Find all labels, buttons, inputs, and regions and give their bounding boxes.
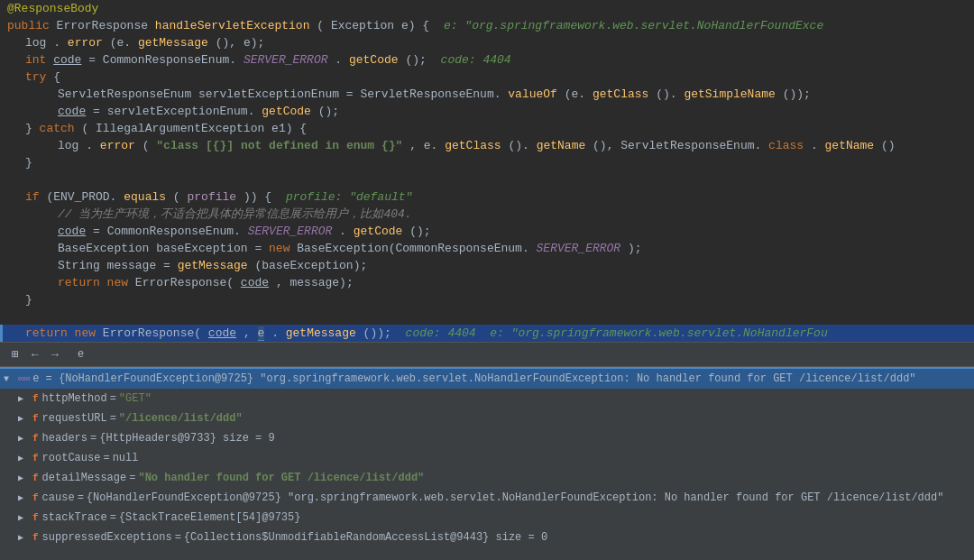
var-headers-row[interactable]: ▶ f headers = {HttpHeaders@9733} size = … [0, 428, 974, 448]
code-line-annotation: @ResponseBody [0, 0, 974, 17]
code-line-return-inner: return new ErrorResponse( code , message… [0, 274, 974, 291]
code-line-catch: } catch ( IllegalArgumentException e1) { [0, 120, 974, 137]
field-icon-requesturl: f [32, 413, 39, 424]
code-line-close2: } [0, 291, 974, 308]
code-line-blank [0, 171, 974, 188]
expand-arrow-requesturl[interactable]: ▶ [18, 413, 29, 424]
var-root-row[interactable]: ▼ ∞∞ e = {NoHandlerFoundException@9725} … [0, 369, 974, 389]
code-line-base-ex: BaseException baseException = new BaseEx… [0, 240, 974, 257]
code-line-method: public ErrorResponse handleServletExcept… [0, 17, 974, 34]
field-icon-headers: f [32, 433, 39, 444]
field-icon-stacktrace: f [32, 512, 39, 523]
code-line-close1: } [0, 154, 974, 171]
code-editor: @ResponseBody public ErrorResponse handl… [0, 0, 974, 325]
expand-arrow-suppressed[interactable]: ▶ [18, 532, 29, 543]
code-line-code-assign2: code = CommonResponseEnum. SERVER_ERROR … [0, 223, 974, 240]
expand-arrow-detailmessage[interactable]: ▶ [18, 473, 29, 483]
expand-arrow-httpmethod[interactable]: ▶ [18, 393, 29, 404]
back-icon[interactable]: ← [27, 346, 43, 363]
code-line-code-assign: code = servletExceptionEnum. getCode (); [0, 103, 974, 120]
debugger-toolbar: ⊞ ← → e [0, 342, 974, 367]
expand-arrow-cause[interactable]: ▶ [18, 492, 29, 503]
var-rootcause-row[interactable]: ▶ f rootCause = null [0, 448, 974, 468]
variables-panel: ▼ ∞∞ e = {NoHandlerFoundException@9725} … [0, 367, 974, 560]
debug-current-line: return new ErrorResponse( code , e . get… [0, 325, 974, 342]
field-icon-suppressed: f [32, 532, 39, 543]
expand-arrow-root[interactable]: ▼ [4, 374, 14, 384]
field-icon-rootcause: f [32, 453, 39, 464]
code-line-if-env: if (ENV_PROD. equals ( profile )) { prof… [0, 188, 974, 206]
copy-icon[interactable]: ⊞ [7, 346, 23, 363]
code-line-log: log . error (e. getMessage (), e); [0, 34, 974, 51]
var-label: e [78, 348, 84, 361]
var-detailmessage-row[interactable]: ▶ f detailMessage = "No handler found fo… [0, 468, 974, 488]
var-requesturl-row[interactable]: ▶ f requestURL = "/licence/list/ddd" [0, 409, 974, 428]
var-cause-row[interactable]: ▶ f cause = {NoHandlerFoundException@972… [0, 488, 974, 508]
code-line-int: int code = CommonResponseEnum. SERVER_ER… [0, 51, 974, 69]
field-icon-detailmessage: f [32, 473, 39, 483]
code-line-comment-cn: // 当为生产环境，不适合把具体的异常信息展示给用户，比如404. [0, 206, 974, 223]
var-stacktrace-row[interactable]: ▶ f stackTrace = {StackTraceElement[54]@… [0, 508, 974, 528]
var-suppressedexceptions-row[interactable]: ▶ f suppressedExceptions = {Collections$… [0, 528, 974, 547]
field-icon-cause: f [32, 492, 39, 503]
expand-arrow-stacktrace[interactable]: ▶ [18, 512, 29, 523]
code-line-string-msg: String message = getMessage (baseExcepti… [0, 257, 974, 274]
expand-arrow-rootcause[interactable]: ▶ [18, 453, 29, 464]
code-line-servlet: ServletResponseEnum servletExceptionEnum… [0, 86, 974, 103]
field-icon-httpmethod: f [32, 393, 39, 404]
expand-arrow-headers[interactable]: ▶ [18, 433, 29, 444]
code-line-try: try { [0, 69, 974, 86]
link-icon: ∞∞ [18, 373, 30, 384]
var-httpmethod-row[interactable]: ▶ f httpMethod = "GET" [0, 389, 974, 409]
code-line-log-error: log . error ( "class [{}] not defined in… [0, 137, 974, 154]
forward-icon[interactable]: → [47, 346, 63, 363]
